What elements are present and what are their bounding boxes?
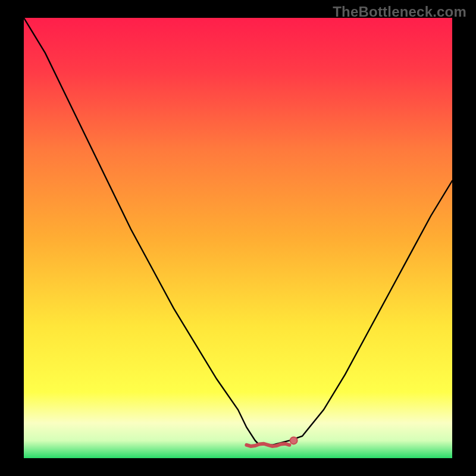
chart-plot-area: [24, 18, 452, 458]
chart-svg: [24, 18, 452, 458]
gradient-background: [24, 18, 452, 458]
optimum-marker: [290, 437, 298, 444]
chart-frame: TheBottleneck.com: [0, 0, 476, 476]
watermark-text: TheBottleneck.com: [333, 4, 466, 20]
